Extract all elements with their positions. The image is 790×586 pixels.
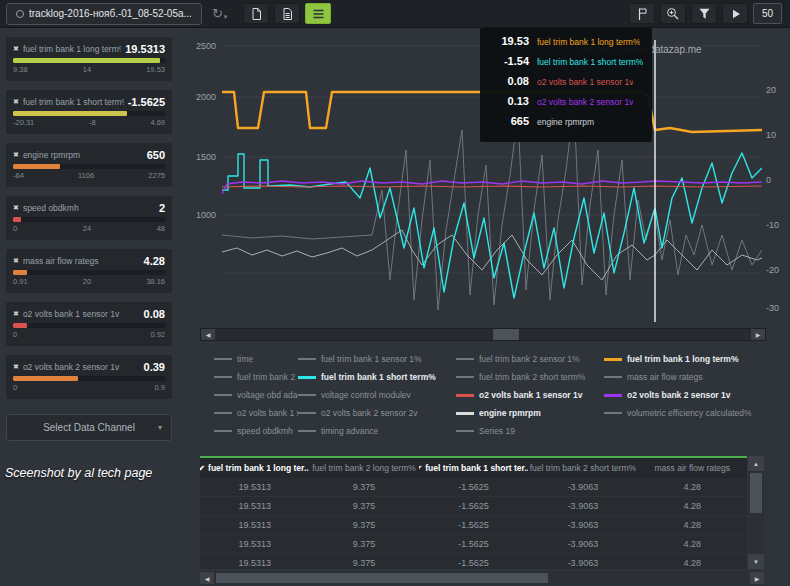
y-axis-right-tick: -30 (766, 303, 790, 313)
table-vertical-scrollbar[interactable]: ▲ ▼ (748, 456, 764, 569)
remove-channel-icon[interactable]: ✖ (13, 151, 19, 159)
table-header: ✔fuel trim bank 1 long ter...fuel trim b… (200, 456, 747, 478)
horizontal-scroll-thumb[interactable] (216, 573, 548, 583)
legend-item[interactable]: speed obdkmh (214, 426, 298, 436)
gauge-tick-label: 38.16 (146, 277, 165, 286)
gauge-bar-fill (13, 164, 60, 169)
zoom-button[interactable] (660, 3, 686, 24)
table-header-cell[interactable]: mass air flow rategs (638, 458, 747, 478)
scroll-left-button[interactable]: ◀ (201, 329, 215, 340)
chart-scrollbar[interactable]: ◀ ▶ (200, 328, 766, 341)
gauge-bar-fill (13, 217, 21, 222)
data-table: ✔fuel trim bank 1 long ter...fuel trim b… (200, 456, 747, 569)
legend-item[interactable]: timing advance (298, 426, 456, 436)
gauge-label: o2 volts bank 2 sensor 1v (23, 362, 140, 372)
gauge-bar-fill (13, 323, 27, 328)
table-header-cell[interactable]: fuel trim bank 2 long term% (309, 458, 418, 478)
chart-scroll-track[interactable] (215, 329, 751, 340)
legend-item[interactable]: o2 volts bank 1 sensor 2v (214, 408, 298, 418)
tooltip-label: engine rpmrpm (537, 117, 594, 127)
legend-label: fuel trim bank 2 sensor 1% (479, 354, 580, 364)
legend-item[interactable]: voltage obd adapterv (214, 390, 298, 400)
remove-channel-icon[interactable]: ✖ (13, 310, 19, 318)
remove-channel-icon[interactable]: ✖ (13, 257, 19, 265)
gauge-tick-label: 24 (83, 224, 91, 233)
sidebar: ✖fuel trim bank 1 long term%19.53139.381… (0, 28, 178, 586)
file-view-button[interactable] (243, 3, 269, 24)
table-header-cell[interactable]: ✔fuel trim bank 1 long ter... (200, 458, 309, 478)
gauge-value: 650 (147, 149, 165, 161)
table-horizontal-scrollbar[interactable]: ◀ ▶ (200, 571, 764, 585)
table-cell: 19.5313 (200, 554, 309, 569)
legend-item[interactable]: fuel trim bank 1 sensor 1% (298, 354, 456, 364)
table-row: 19.53139.375-1.5625-3.90634.28 (200, 554, 747, 569)
legend-swatch (298, 358, 316, 360)
scroll-right-button[interactable]: ▶ (751, 329, 765, 340)
remove-channel-icon[interactable]: ✖ (13, 45, 19, 53)
legend-item[interactable]: o2 volts bank 2 sensor 2v (298, 408, 456, 418)
legend-swatch (298, 412, 316, 414)
gauge-label: engine rpmrpm (23, 150, 143, 160)
legend-item[interactable]: voltage control modulev (298, 390, 456, 400)
table-header-cell[interactable]: ✔fuel trim bank 1 short ter... (419, 458, 528, 478)
gauge-tick-label: 2275 (148, 171, 165, 180)
report-view-button[interactable] (274, 3, 300, 24)
interval-box[interactable]: 50 (753, 3, 782, 24)
log-file-icon (16, 10, 24, 18)
table-row: 19.53139.375-1.5625-3.90634.28 (200, 478, 747, 497)
remove-channel-icon[interactable]: ✖ (13, 363, 19, 371)
y-axis-right-tick: -20 (766, 265, 790, 275)
column-label: fuel trim bank 2 long term% (312, 463, 415, 473)
legend-label: fuel trim bank 1 sensor 1% (321, 354, 422, 364)
log-select-button[interactable]: tracklog-2016-нояб.-01_08-52-05a... (6, 3, 202, 25)
legend-item[interactable]: fuel trim bank 2 long term% (214, 372, 298, 382)
y-axis-left-tick: 1500 (180, 152, 216, 162)
table-cell: -1.5625 (419, 535, 528, 553)
legend-item[interactable]: o2 volts bank 1 sensor 1v (456, 390, 604, 400)
gauge-panel: ✖mass air flow rategs4.280.912038.16 (6, 249, 172, 293)
gauge-panel: ✖fuel trim bank 1 long term%19.53139.381… (6, 37, 172, 81)
flag-button[interactable] (629, 3, 655, 24)
filter-button[interactable] (691, 3, 717, 24)
gauge-bar (13, 376, 165, 381)
legend-label: o2 volts bank 2 sensor 1v (627, 390, 730, 400)
legend-item[interactable]: Series 19 (456, 426, 604, 436)
play-button[interactable] (722, 3, 748, 24)
table-cell: 9.375 (309, 554, 418, 569)
legend-item[interactable]: o2 volts bank 2 sensor 1v (604, 390, 780, 400)
legend-item[interactable]: fuel trim bank 2 sensor 1% (456, 354, 604, 364)
table-row: 19.53139.375-1.5625-3.90634.28 (200, 516, 747, 535)
data-view-button[interactable] (305, 3, 331, 24)
table-cell: -3.9063 (528, 516, 637, 534)
select-data-channel-button[interactable]: Select Data Channel ▾ (6, 414, 172, 441)
scroll-up-button[interactable]: ▲ (748, 456, 764, 471)
refresh-button[interactable]: ↻ ▾ (212, 7, 227, 20)
scroll-right-button[interactable]: ▶ (750, 572, 764, 584)
legend-swatch (298, 376, 316, 379)
legend-swatch (214, 412, 232, 414)
scroll-down-button[interactable]: ▼ (748, 554, 764, 569)
legend-item[interactable]: engine rpmrpm (456, 408, 604, 418)
legend-swatch (214, 394, 232, 396)
chart-scroll-thumb[interactable] (493, 329, 519, 340)
y-axis-left-tick: 2500 (180, 41, 216, 51)
vertical-scroll-thumb[interactable] (750, 473, 762, 513)
scroll-left-button[interactable]: ◀ (200, 572, 214, 584)
remove-channel-icon[interactable]: ✖ (13, 98, 19, 106)
legend-item[interactable]: fuel trim bank 1 short term% (298, 372, 456, 382)
legend-label: speed obdkmh (237, 426, 293, 436)
legend-label: o2 volts bank 1 sensor 2v (237, 408, 298, 418)
gauge-bar-fill (13, 376, 78, 381)
table-header-cell[interactable]: fuel trim bank 2 short term% (528, 458, 637, 478)
legend-item[interactable]: time (214, 354, 298, 364)
horizontal-scroll-track[interactable] (214, 572, 750, 584)
y-axis-left-tick: 2000 (180, 92, 216, 102)
y-axis-right-tick: -10 (766, 220, 790, 230)
legend-item[interactable]: mass air flow rategs (604, 372, 780, 382)
legend-item[interactable]: fuel trim bank 1 long term% (604, 354, 780, 364)
legend-item[interactable]: fuel trim bank 2 short term% (456, 372, 604, 382)
table-cell: -1.5625 (419, 497, 528, 515)
gauge-bar (13, 111, 165, 116)
legend-item[interactable]: volumetric efficiency calculated% (604, 408, 780, 418)
remove-channel-icon[interactable]: ✖ (13, 204, 19, 212)
